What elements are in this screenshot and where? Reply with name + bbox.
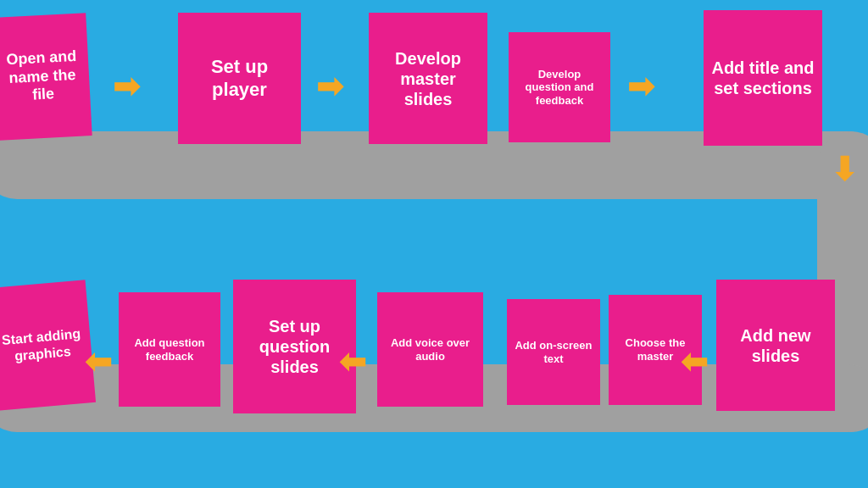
card-develop-master: Develop master slides bbox=[369, 13, 487, 144]
card-add-feedback: Add question feedback bbox=[119, 292, 220, 407]
arrow-right-3: ➡ bbox=[627, 68, 654, 105]
card-add-onscreen: Add on-screen text bbox=[507, 299, 600, 405]
card-add-new: Add new slides bbox=[716, 280, 835, 411]
arrow-right-2: ➡ bbox=[316, 68, 343, 105]
arrow-left-2: ⬅ bbox=[339, 343, 366, 380]
card-start-graphics: Start adding graphics bbox=[0, 280, 96, 410]
card-open-file: Open and name the file bbox=[0, 13, 92, 141]
arrow-left-3: ⬅ bbox=[681, 343, 708, 380]
arrow-left-1: ⬅ bbox=[85, 343, 112, 380]
card-setup-player: Set up player bbox=[178, 13, 301, 144]
card-develop-question: Develop question and feedback bbox=[509, 32, 610, 142]
card-add-title: Add title and set sections bbox=[704, 10, 822, 146]
arrow-down: ⬇ bbox=[831, 151, 858, 188]
card-add-voice: Add voice over audio bbox=[377, 292, 483, 407]
card-setup-question: Set up question slides bbox=[233, 280, 356, 413]
arrow-right-1: ➡ bbox=[113, 68, 140, 105]
